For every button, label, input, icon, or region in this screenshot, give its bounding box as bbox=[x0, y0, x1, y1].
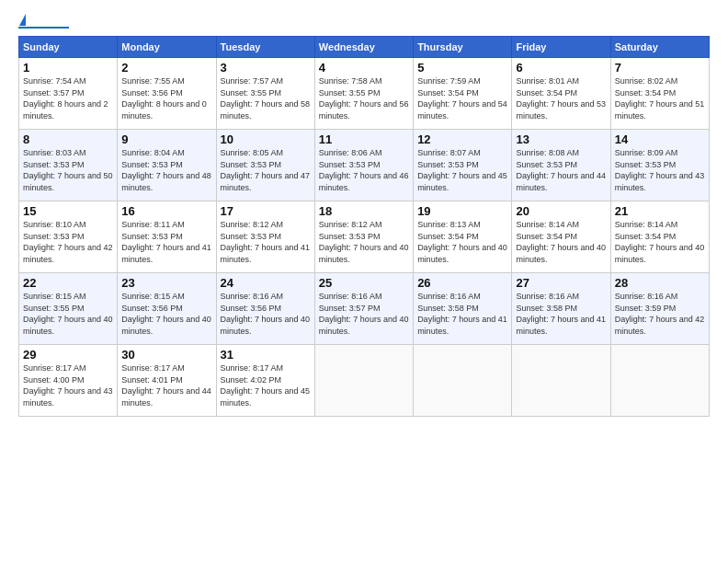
day-number: 25 bbox=[319, 276, 409, 290]
day-number: 29 bbox=[23, 348, 113, 362]
day-number: 1 bbox=[23, 61, 113, 75]
day-info: Sunrise: 8:04 AMSunset: 3:53 PMDaylight:… bbox=[121, 148, 211, 192]
day-cell: 20 Sunrise: 8:14 AMSunset: 3:54 PMDaylig… bbox=[512, 201, 610, 273]
day-cell: 14 Sunrise: 8:09 AMSunset: 3:53 PMDaylig… bbox=[610, 130, 709, 201]
day-cell bbox=[414, 345, 512, 417]
day-cell: 22 Sunrise: 8:15 AMSunset: 3:55 PMDaylig… bbox=[19, 273, 118, 345]
day-info: Sunrise: 7:58 AMSunset: 3:55 PMDaylight:… bbox=[319, 76, 409, 121]
day-info: Sunrise: 8:16 AMSunset: 3:59 PMDaylight:… bbox=[615, 292, 705, 336]
day-number: 13 bbox=[516, 132, 606, 146]
day-number: 19 bbox=[417, 204, 507, 218]
day-info: Sunrise: 8:17 AMSunset: 4:02 PMDaylight:… bbox=[221, 363, 311, 408]
day-cell: 4 Sunrise: 7:58 AMSunset: 3:55 PMDayligh… bbox=[314, 58, 413, 130]
day-cell: 5 Sunrise: 7:59 AMSunset: 3:54 PMDayligh… bbox=[414, 58, 512, 130]
day-info: Sunrise: 8:12 AMSunset: 3:53 PMDaylight:… bbox=[319, 220, 409, 264]
day-number: 7 bbox=[615, 61, 705, 75]
day-info: Sunrise: 8:16 AMSunset: 3:58 PMDaylight:… bbox=[417, 292, 507, 336]
day-cell bbox=[512, 345, 610, 417]
day-cell: 8 Sunrise: 8:03 AMSunset: 3:53 PMDayligh… bbox=[19, 130, 118, 201]
day-number: 20 bbox=[516, 204, 606, 218]
day-cell: 30 Sunrise: 8:17 AMSunset: 4:01 PMDaylig… bbox=[118, 345, 216, 417]
day-cell: 1 Sunrise: 7:54 AMSunset: 3:57 PMDayligh… bbox=[19, 58, 118, 130]
day-info: Sunrise: 8:14 AMSunset: 3:54 PMDaylight:… bbox=[516, 220, 606, 264]
day-number: 12 bbox=[417, 132, 507, 146]
day-info: Sunrise: 8:13 AMSunset: 3:54 PMDaylight:… bbox=[417, 220, 507, 264]
week-row-1: 1 Sunrise: 7:54 AMSunset: 3:57 PMDayligh… bbox=[19, 58, 710, 130]
day-info: Sunrise: 8:12 AMSunset: 3:53 PMDaylight:… bbox=[221, 220, 311, 264]
day-number: 2 bbox=[121, 61, 211, 75]
col-header-monday: Monday bbox=[118, 37, 216, 58]
day-cell: 15 Sunrise: 8:10 AMSunset: 3:53 PMDaylig… bbox=[19, 201, 118, 273]
day-number: 27 bbox=[516, 276, 606, 290]
day-info: Sunrise: 8:05 AMSunset: 3:53 PMDaylight:… bbox=[221, 148, 311, 192]
day-cell: 3 Sunrise: 7:57 AMSunset: 3:55 PMDayligh… bbox=[216, 58, 314, 130]
day-info: Sunrise: 8:03 AMSunset: 3:53 PMDaylight:… bbox=[23, 148, 113, 192]
col-header-saturday: Saturday bbox=[610, 37, 709, 58]
day-cell: 12 Sunrise: 8:07 AMSunset: 3:53 PMDaylig… bbox=[414, 130, 512, 201]
col-header-tuesday: Tuesday bbox=[216, 37, 314, 58]
day-cell bbox=[610, 345, 709, 417]
day-number: 8 bbox=[23, 132, 113, 146]
day-cell: 16 Sunrise: 8:11 AMSunset: 3:53 PMDaylig… bbox=[118, 201, 216, 273]
day-info: Sunrise: 7:59 AMSunset: 3:54 PMDaylight:… bbox=[417, 76, 507, 121]
header-row: SundayMondayTuesdayWednesdayThursdayFrid… bbox=[19, 37, 710, 58]
day-cell: 28 Sunrise: 8:16 AMSunset: 3:59 PMDaylig… bbox=[610, 273, 709, 345]
day-number: 30 bbox=[121, 348, 211, 362]
day-cell: 7 Sunrise: 8:02 AMSunset: 3:54 PMDayligh… bbox=[610, 58, 709, 130]
day-cell: 23 Sunrise: 8:15 AMSunset: 3:56 PMDaylig… bbox=[118, 273, 216, 345]
day-info: Sunrise: 8:15 AMSunset: 3:55 PMDaylight:… bbox=[23, 292, 113, 336]
calendar-page: SundayMondayTuesdayWednesdayThursdayFrid… bbox=[0, 0, 728, 563]
col-header-friday: Friday bbox=[512, 37, 610, 58]
day-number: 5 bbox=[417, 61, 507, 75]
day-number: 23 bbox=[121, 276, 211, 290]
day-info: Sunrise: 8:07 AMSunset: 3:53 PMDaylight:… bbox=[417, 148, 507, 192]
day-info: Sunrise: 8:15 AMSunset: 3:56 PMDaylight:… bbox=[121, 292, 211, 336]
day-number: 26 bbox=[417, 276, 507, 290]
day-cell: 19 Sunrise: 8:13 AMSunset: 3:54 PMDaylig… bbox=[414, 201, 512, 273]
day-number: 4 bbox=[319, 61, 409, 75]
day-number: 22 bbox=[23, 276, 113, 290]
day-number: 17 bbox=[221, 204, 311, 218]
day-info: Sunrise: 8:01 AMSunset: 3:54 PMDaylight:… bbox=[516, 76, 606, 121]
day-number: 9 bbox=[121, 132, 211, 146]
col-header-wednesday: Wednesday bbox=[314, 37, 413, 58]
col-header-thursday: Thursday bbox=[414, 37, 512, 58]
week-row-3: 15 Sunrise: 8:10 AMSunset: 3:53 PMDaylig… bbox=[19, 201, 710, 273]
day-number: 24 bbox=[221, 276, 311, 290]
day-number: 28 bbox=[615, 276, 705, 290]
day-info: Sunrise: 8:14 AMSunset: 3:54 PMDaylight:… bbox=[615, 220, 705, 264]
day-cell: 31 Sunrise: 8:17 AMSunset: 4:02 PMDaylig… bbox=[216, 345, 314, 417]
week-row-4: 22 Sunrise: 8:15 AMSunset: 3:55 PMDaylig… bbox=[19, 273, 710, 345]
day-cell: 11 Sunrise: 8:06 AMSunset: 3:53 PMDaylig… bbox=[314, 130, 413, 201]
day-number: 31 bbox=[221, 348, 311, 362]
header bbox=[18, 14, 710, 29]
day-cell: 10 Sunrise: 8:05 AMSunset: 3:53 PMDaylig… bbox=[216, 130, 314, 201]
week-row-5: 29 Sunrise: 8:17 AMSunset: 4:00 PMDaylig… bbox=[19, 345, 710, 417]
logo bbox=[18, 14, 69, 29]
day-number: 21 bbox=[615, 204, 705, 218]
day-number: 18 bbox=[319, 204, 409, 218]
day-info: Sunrise: 7:57 AMSunset: 3:55 PMDaylight:… bbox=[221, 76, 311, 121]
day-info: Sunrise: 8:17 AMSunset: 4:01 PMDaylight:… bbox=[121, 363, 211, 408]
day-cell: 13 Sunrise: 8:08 AMSunset: 3:53 PMDaylig… bbox=[512, 130, 610, 201]
day-cell: 21 Sunrise: 8:14 AMSunset: 3:54 PMDaylig… bbox=[610, 201, 709, 273]
day-number: 6 bbox=[516, 61, 606, 75]
day-number: 10 bbox=[221, 132, 311, 146]
day-cell: 24 Sunrise: 8:16 AMSunset: 3:56 PMDaylig… bbox=[216, 273, 314, 345]
day-cell bbox=[314, 345, 413, 417]
day-info: Sunrise: 8:06 AMSunset: 3:53 PMDaylight:… bbox=[319, 148, 409, 192]
week-row-2: 8 Sunrise: 8:03 AMSunset: 3:53 PMDayligh… bbox=[19, 130, 710, 201]
day-info: Sunrise: 8:02 AMSunset: 3:54 PMDaylight:… bbox=[615, 76, 705, 121]
col-header-sunday: Sunday bbox=[19, 37, 118, 58]
day-cell: 2 Sunrise: 7:55 AMSunset: 3:56 PMDayligh… bbox=[118, 58, 216, 130]
day-cell: 18 Sunrise: 8:12 AMSunset: 3:53 PMDaylig… bbox=[314, 201, 413, 273]
day-number: 16 bbox=[121, 204, 211, 218]
day-cell: 29 Sunrise: 8:17 AMSunset: 4:00 PMDaylig… bbox=[19, 345, 118, 417]
day-info: Sunrise: 8:16 AMSunset: 3:58 PMDaylight:… bbox=[516, 292, 606, 336]
day-info: Sunrise: 7:55 AMSunset: 3:56 PMDaylight:… bbox=[121, 76, 207, 121]
day-cell: 17 Sunrise: 8:12 AMSunset: 3:53 PMDaylig… bbox=[216, 201, 314, 273]
calendar-table: SundayMondayTuesdayWednesdayThursdayFrid… bbox=[18, 36, 710, 417]
day-info: Sunrise: 8:10 AMSunset: 3:53 PMDaylight:… bbox=[23, 220, 113, 264]
day-number: 15 bbox=[23, 204, 113, 218]
day-info: Sunrise: 8:16 AMSunset: 3:57 PMDaylight:… bbox=[319, 292, 409, 336]
